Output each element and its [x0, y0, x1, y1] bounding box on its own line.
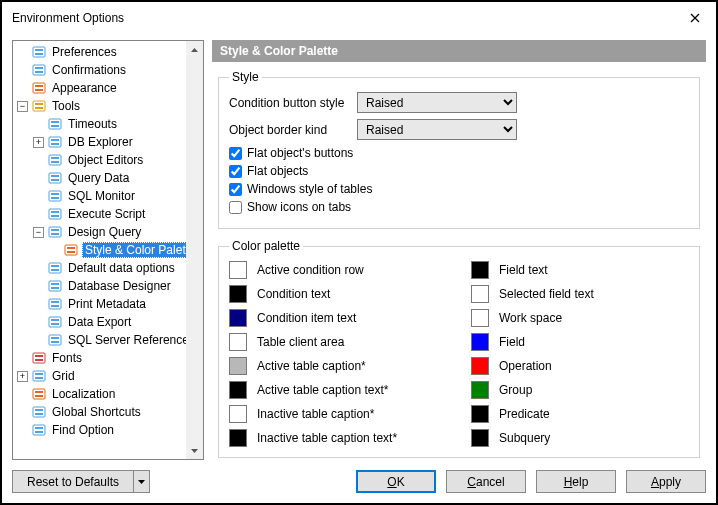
palette-grid: Active condition rowField textCondition …	[229, 261, 689, 447]
tree-item-label: Style & Color Palette	[82, 242, 199, 258]
tree-item[interactable]: SQL Monitor	[15, 187, 203, 205]
tree-item[interactable]: Localization	[15, 385, 203, 403]
tree-item[interactable]: Default data options	[15, 259, 203, 277]
color-entry: Work space	[471, 309, 689, 327]
tree-item[interactable]: Database Designer	[15, 277, 203, 295]
tree-item[interactable]: Print Metadata	[15, 295, 203, 313]
tree-item-label: Confirmations	[50, 63, 128, 77]
color-swatch[interactable]	[471, 405, 489, 423]
reset-dropdown-button[interactable]	[134, 470, 150, 493]
color-swatch[interactable]	[229, 405, 247, 423]
scroll-up-button[interactable]	[186, 41, 203, 58]
color-label: Group	[499, 383, 532, 397]
win-tables-checkbox[interactable]	[229, 183, 242, 196]
color-swatch[interactable]	[471, 333, 489, 351]
tree-item[interactable]: +Grid	[15, 367, 203, 385]
tree-item[interactable]: Data Export	[15, 313, 203, 331]
palette-group: Color palette Active condition rowField …	[218, 239, 700, 458]
svg-rect-13	[51, 121, 59, 123]
svg-rect-14	[51, 125, 59, 127]
tree-item[interactable]: −Design Query	[15, 223, 203, 241]
collapse-toggle[interactable]: −	[17, 101, 28, 112]
flat-buttons-checkbox[interactable]	[229, 147, 242, 160]
close-button[interactable]	[682, 8, 708, 28]
color-swatch[interactable]	[471, 285, 489, 303]
cancel-button[interactable]: Cancel	[446, 470, 526, 493]
panel-body: Style Condition button style Raised Obje…	[212, 62, 706, 460]
tree-item[interactable]: Execute Script	[15, 205, 203, 223]
flat-objects-checkbox[interactable]	[229, 165, 242, 178]
svg-rect-10	[35, 103, 43, 105]
flat-objects-label: Flat objects	[247, 164, 308, 178]
show-icons-checkbox[interactable]	[229, 201, 242, 214]
tree-item-label: Execute Script	[66, 207, 147, 221]
svg-rect-4	[35, 67, 43, 69]
help-button[interactable]: Help	[536, 470, 616, 493]
svg-rect-9	[33, 101, 45, 111]
tree-item[interactable]: Find Option	[15, 421, 203, 439]
panel-title: Style & Color Palette	[212, 40, 706, 62]
svg-rect-57	[33, 389, 45, 399]
tree-item[interactable]: −Tools	[15, 97, 203, 115]
color-swatch[interactable]	[229, 261, 247, 279]
tree-item-label: Localization	[50, 387, 117, 401]
tree-item[interactable]: Timeouts	[15, 115, 203, 133]
color-label: Inactive table caption*	[257, 407, 374, 421]
color-swatch[interactable]	[471, 381, 489, 399]
color-swatch[interactable]	[471, 357, 489, 375]
tree-item-label: Database Designer	[66, 279, 173, 293]
collapse-toggle[interactable]: −	[33, 227, 44, 238]
tree-item[interactable]: +DB Explorer	[15, 133, 203, 151]
tree-item[interactable]: Object Editors	[15, 151, 203, 169]
border-kind-select[interactable]: Raised	[357, 119, 517, 140]
svg-rect-29	[51, 215, 59, 217]
condition-style-select[interactable]: Raised	[357, 92, 517, 113]
color-label: Active table caption*	[257, 359, 366, 373]
color-swatch[interactable]	[229, 333, 247, 351]
tree-item[interactable]: Confirmations	[15, 61, 203, 79]
svg-rect-55	[35, 373, 43, 375]
tree-item-label: Find Option	[50, 423, 116, 437]
color-entry: Group	[471, 381, 689, 399]
color-swatch[interactable]	[471, 429, 489, 447]
tree-item[interactable]: Fonts	[15, 349, 203, 367]
ok-button[interactable]: OK	[356, 470, 436, 493]
svg-rect-34	[67, 247, 75, 249]
sqlmon-icon	[47, 188, 63, 204]
color-swatch[interactable]	[229, 429, 247, 447]
color-swatch[interactable]	[229, 285, 247, 303]
color-entry: Inactive table caption*	[229, 405, 447, 423]
color-swatch[interactable]	[471, 261, 489, 279]
shortcut-icon	[31, 404, 47, 420]
objed-icon	[47, 152, 63, 168]
svg-rect-1	[35, 49, 43, 51]
color-entry: Active condition row	[229, 261, 447, 279]
expand-toggle[interactable]: +	[17, 371, 28, 382]
color-swatch[interactable]	[229, 309, 247, 327]
reset-button[interactable]: Reset to Defaults	[12, 470, 134, 493]
tree-item[interactable]: Style & Color Palette	[15, 241, 203, 259]
loc-icon	[31, 386, 47, 402]
tree-item-label: Object Editors	[66, 153, 145, 167]
scroll-track[interactable]	[186, 58, 203, 442]
tree-item[interactable]: Global Shortcuts	[15, 403, 203, 421]
svg-rect-35	[67, 251, 75, 253]
svg-rect-33	[65, 245, 77, 255]
color-swatch[interactable]	[229, 357, 247, 375]
color-swatch[interactable]	[471, 309, 489, 327]
content: PreferencesConfirmationsAppearance−Tools…	[2, 34, 716, 460]
tree-item[interactable]: Appearance	[15, 79, 203, 97]
svg-rect-6	[33, 83, 45, 93]
tree-item[interactable]: Preferences	[15, 43, 203, 61]
tree-item[interactable]: SQL Server Reference	[15, 331, 203, 349]
color-swatch[interactable]	[229, 381, 247, 399]
tree-scrollbar[interactable]	[186, 41, 203, 459]
svg-rect-12	[49, 119, 61, 129]
color-entry: Table client area	[229, 333, 447, 351]
scroll-down-button[interactable]	[186, 442, 203, 459]
apply-button[interactable]: Apply	[626, 470, 706, 493]
show-icons-checkbox-row: Show icons on tabs	[229, 200, 689, 214]
expand-toggle[interactable]: +	[33, 137, 44, 148]
tree-item[interactable]: Query Data	[15, 169, 203, 187]
tree-item-label: Design Query	[66, 225, 143, 239]
